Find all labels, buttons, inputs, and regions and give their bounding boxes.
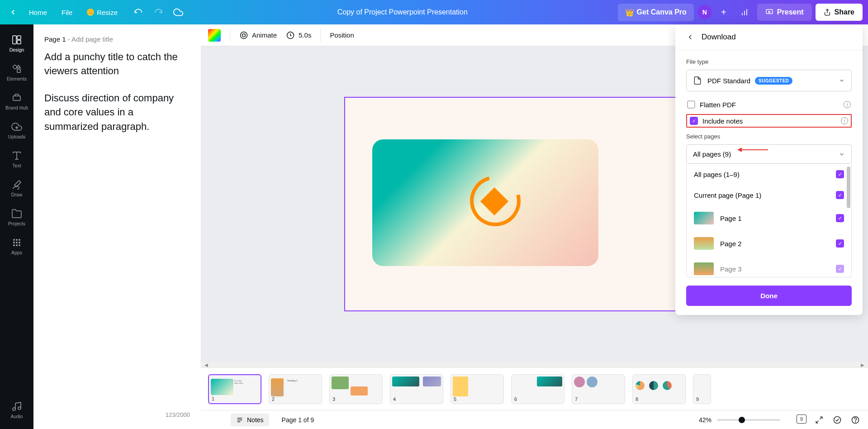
page-option-1[interactable]: Page 1 ✓ (687, 205, 851, 231)
include-notes-option[interactable]: ✓ Include notes i (686, 114, 852, 128)
share-label: Share (835, 8, 854, 16)
audio-icon (11, 401, 22, 412)
page-option-3[interactable]: Page 3 ✓ (687, 256, 851, 277)
thumb-preview (271, 378, 284, 396)
svg-point-16 (16, 239, 18, 241)
thumbnail-1[interactable]: Your TitleGoes Here 1 (208, 374, 261, 404)
cloud-sync-button[interactable] (169, 3, 187, 21)
include-notes-label: Include notes (702, 117, 836, 125)
sidebar-item-apps[interactable]: Apps (0, 233, 33, 260)
scroll-left-icon[interactable]: ◀ (204, 362, 208, 367)
user-avatar[interactable]: N (697, 5, 712, 19)
thumbnail-9[interactable]: 9 (693, 374, 711, 404)
insights-button[interactable] (735, 3, 754, 21)
download-back-button[interactable] (686, 33, 694, 41)
collapse-thumbnails-button[interactable] (526, 367, 543, 368)
sidebar-label: Text (12, 163, 21, 168)
info-icon[interactable]: i (844, 101, 851, 108)
svg-point-24 (13, 408, 15, 410)
projects-icon (11, 208, 22, 219)
option-check: ✓ (836, 214, 844, 222)
thumbnail-4[interactable]: 4 (390, 374, 443, 404)
svg-point-27 (242, 33, 246, 37)
text-icon (11, 150, 22, 161)
done-button[interactable]: Done (686, 286, 852, 306)
add-collaborator-button[interactable]: + (716, 4, 732, 20)
thumbnail-3[interactable]: 3 (329, 374, 383, 404)
check-button[interactable] (832, 415, 843, 425)
pages-select[interactable]: All pages (9) (686, 144, 852, 164)
sidebar-label: Elements (7, 76, 27, 81)
get-pro-button[interactable]: 👑 Get Canva Pro (618, 4, 694, 21)
thumb-number: 1 (212, 396, 214, 401)
page-option-all[interactable]: All pages (1–9) ✓ (687, 164, 851, 185)
option-check: ✓ (836, 170, 844, 178)
sidebar-item-audio[interactable]: Audio (0, 396, 33, 424)
file-button[interactable]: File (55, 4, 79, 21)
zoom-slider-thumb[interactable] (739, 417, 745, 423)
home-button[interactable]: Home (23, 4, 53, 21)
notes-toggle-button[interactable]: Notes (231, 414, 269, 426)
thumb-pie (663, 381, 672, 390)
horizontal-scrollbar[interactable]: ◀ ▶ (201, 362, 868, 367)
info-icon[interactable]: i (841, 117, 848, 124)
thumbnail-5[interactable]: 5 (451, 374, 504, 404)
sidebar-item-text[interactable]: Text (0, 146, 33, 173)
thumb-number: 7 (575, 396, 578, 402)
thumb-pie (636, 381, 645, 390)
chevron-left-icon (686, 33, 694, 41)
sidebar-item-uploads[interactable]: Uploads (0, 117, 33, 144)
svg-point-18 (13, 242, 15, 243)
grid-view-button[interactable]: 9 (797, 415, 806, 424)
sidebar-item-brandhub[interactable]: Brand Hub (0, 88, 33, 115)
back-button[interactable] (5, 5, 21, 20)
fullscreen-button[interactable] (814, 415, 825, 425)
position-button[interactable]: Position (330, 31, 354, 39)
zoom-percent[interactable]: 42% (699, 416, 711, 424)
slide[interactable]: Your Goes Presentations can be used as s… (344, 97, 725, 311)
thumbnail-6[interactable]: 6 (511, 374, 564, 404)
share-button[interactable]: Share (816, 4, 863, 21)
present-label: Present (777, 8, 804, 16)
include-notes-checkbox[interactable]: ✓ (690, 117, 698, 125)
animate-label: Animate (252, 31, 277, 39)
thumbnail-2[interactable]: Heading 1 2 (269, 374, 322, 404)
thumb-number: 3 (332, 396, 335, 402)
chevron-left-icon (9, 8, 17, 16)
notes-heading[interactable]: Add a punchy title to catch the viewers … (44, 50, 190, 78)
svg-rect-12 (13, 96, 20, 100)
filetype-select[interactable]: PDF Standard SUGGESTED (686, 70, 852, 91)
sidebar-item-draw[interactable]: Draw (0, 175, 33, 202)
present-button[interactable]: Present (757, 4, 812, 21)
page-label[interactable]: Page 1 - Add page title (44, 35, 190, 43)
scroll-right-icon[interactable]: ▶ (861, 362, 864, 367)
help-button[interactable] (850, 415, 861, 425)
duration-button[interactable]: 5.0s (286, 31, 311, 40)
resize-button[interactable]: 👑 Resize (81, 4, 124, 21)
dropdown-scrollbar[interactable] (847, 167, 850, 208)
thumbnail-7[interactable]: 7 (572, 374, 625, 404)
sidebar-item-elements[interactable]: Elements (0, 59, 33, 86)
thumb-preview (392, 377, 419, 386)
flatten-checkbox[interactable] (687, 100, 695, 109)
zoom-slider[interactable] (717, 419, 780, 421)
flatten-pdf-option[interactable]: Flatten PDF i (686, 98, 852, 111)
sidebar-item-design[interactable]: Design (0, 30, 33, 57)
sidebar-item-projects[interactable]: Projects (0, 204, 33, 231)
svg-rect-6 (13, 36, 16, 44)
notes-body[interactable]: Discuss direction of company and core va… (44, 91, 190, 134)
undo-button[interactable] (129, 3, 147, 21)
option-thumb (694, 212, 714, 224)
thumb-preview (211, 379, 233, 395)
thumbnail-8[interactable]: 8 (632, 374, 686, 404)
color-picker-button[interactable] (208, 29, 221, 42)
slide-image[interactable] (372, 139, 598, 266)
page-option-current[interactable]: Current page (Page 1) ✓ (687, 185, 851, 205)
animate-button[interactable]: Animate (239, 31, 277, 40)
document-title[interactable]: Copy of Project Powerpoint Presentation (187, 8, 618, 16)
check-circle-icon (833, 415, 842, 424)
svg-point-25 (18, 407, 21, 410)
page-option-2[interactable]: Page 2 ✓ (687, 231, 851, 256)
option-label: Current page (Page 1) (694, 191, 830, 199)
redo-button[interactable] (149, 3, 167, 21)
